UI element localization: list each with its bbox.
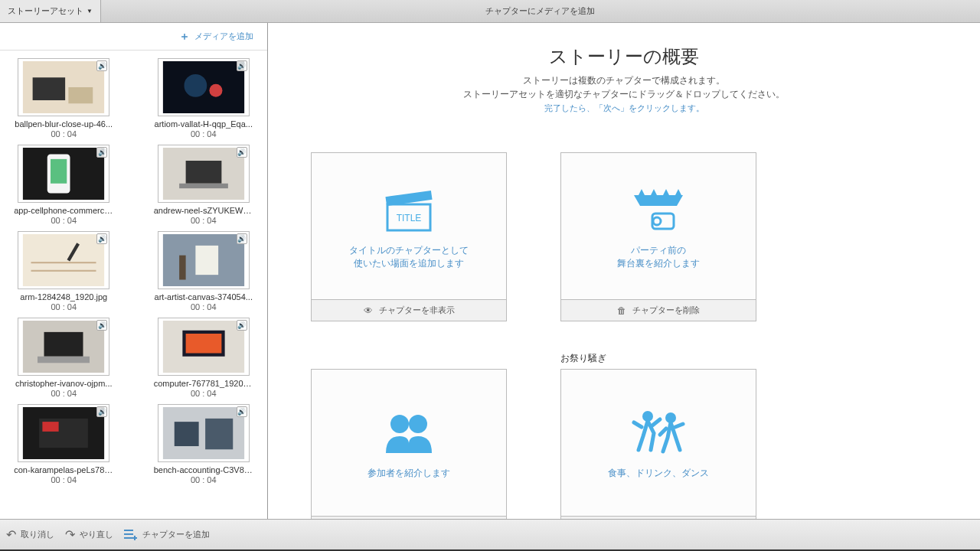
add-media-label: メディアを追加	[194, 31, 253, 42]
svg-point-4	[184, 74, 207, 97]
chapter-card[interactable]: TITLEタイトルのチャプターとして使いたい場面を追加します	[311, 152, 507, 300]
add-media-button[interactable]: ＋ メディアを追加	[0, 23, 267, 51]
asset-thumb: 🔊	[158, 58, 250, 116]
audio-icon: 🔊	[96, 233, 107, 244]
asset-duration: 00 : 04	[191, 129, 217, 139]
svg-rect-21	[38, 357, 90, 364]
asset-duration: 00 : 04	[191, 475, 217, 484]
chapter-text: 食事、ドリンク、ダンス	[608, 467, 709, 480]
story-title: ストーリーの概要	[268, 44, 980, 69]
asset-item[interactable]: 🔊app-cellphone-commerce...00 : 04	[9, 145, 119, 225]
asset-name: app-cellphone-commerce...	[14, 206, 113, 215]
chapter-text: 参加者を紹介します	[368, 467, 450, 480]
top-bar: ストーリーアセット ▼ チャプターにメディアを追加	[0, 0, 980, 23]
svg-rect-54	[124, 533, 133, 535]
asset-duration: 00 : 04	[51, 475, 77, 484]
trash-icon: 🗑	[617, 305, 626, 316]
svg-rect-38	[652, 214, 674, 229]
story-hint: 完了したら、「次へ」をクリックします。	[268, 103, 980, 114]
tab-label: ストーリーアセット	[8, 5, 83, 17]
story-sub1: ストーリーは複数のチャプターで構成されます。	[268, 73, 980, 87]
svg-rect-14	[31, 270, 96, 272]
svg-rect-57	[132, 537, 137, 539]
asset-item[interactable]: 🔊con-karampelas-peLs78V...00 : 04	[9, 404, 119, 484]
undo-icon: ↶	[6, 527, 16, 542]
asset-thumb: 🔊	[158, 145, 250, 203]
eye-icon: 👁	[364, 305, 373, 316]
sidebar: ＋ メディアを追加 🔊ballpen-blur-close-up-46...00…	[0, 23, 268, 519]
asset-thumb: 🔊	[18, 145, 109, 203]
asset-name: art-artist-canvas-374054...	[155, 292, 253, 302]
story-canvas: ストーリーの概要 ストーリーは複数のチャプターで構成されます。 ストーリーアセッ…	[268, 23, 980, 519]
redo-label: やり直し	[80, 529, 113, 540]
story-sub2: ストーリーアセットを適切なチャプターにドラッグ＆ドロップしてください。	[268, 87, 980, 101]
audio-icon: 🔊	[237, 406, 247, 417]
asset-name: bench-accounting-C3V88...	[154, 465, 253, 474]
svg-rect-12	[23, 234, 104, 286]
svg-rect-8	[51, 159, 67, 184]
asset-item[interactable]: 🔊bench-accounting-C3V88...00 : 04	[149, 404, 259, 484]
audio-icon: 🔊	[237, 60, 247, 71]
chapter-card[interactable]: 食事、ドリンク、ダンス	[560, 369, 756, 517]
svg-point-40	[390, 415, 409, 433]
asset-thumb: 🔊	[158, 231, 250, 289]
chapter-icon	[628, 183, 689, 236]
asset-thumb: 🔊	[158, 318, 250, 376]
asset-panel: 🔊ballpen-blur-close-up-46...00 : 04🔊arti…	[0, 51, 267, 519]
undo-button[interactable]: ↶ 取り消し	[6, 527, 54, 542]
svg-rect-20	[44, 332, 83, 357]
page-title: チャプターにメディアを追加	[101, 0, 980, 22]
add-chapter-label: チャプターを追加	[142, 529, 210, 540]
add-chapter-button-bottom[interactable]: チャプターを追加	[124, 529, 210, 541]
audio-icon: 🔊	[96, 320, 107, 331]
chapter-card[interactable]: パーティ前の舞台裏を紹介します	[560, 152, 756, 300]
asset-thumb: 🔊	[18, 231, 109, 289]
asset-item[interactable]: 🔊artiom-vallat-H-qqp_Eqa...00 : 04	[149, 58, 259, 139]
svg-rect-27	[43, 422, 59, 432]
chapter-text: パーティ前の舞台裏を紹介します	[617, 244, 700, 270]
asset-name: ballpen-blur-close-up-46...	[15, 119, 113, 129]
chapter-label: お祭り騒ぎ	[560, 352, 756, 366]
svg-rect-1	[33, 77, 66, 100]
chevron-down-icon: ▼	[87, 8, 93, 15]
chapter-icon	[628, 406, 689, 459]
asset-duration: 00 : 04	[51, 129, 77, 139]
story-header: ストーリーの概要 ストーリーは複数のチャプターで構成されます。 ストーリーアセッ…	[268, 44, 980, 114]
delete-chapter-label: チャプターを削除	[632, 305, 700, 316]
chapter-label	[311, 135, 507, 149]
asset-name: andrew-neel-sZYUKEWs...	[154, 206, 253, 215]
asset-item[interactable]: 🔊computer-767781_1920.jpg00 : 04	[149, 318, 259, 398]
audio-icon: 🔊	[237, 320, 247, 331]
asset-name: computer-767781_1920.jpg	[154, 379, 253, 388]
asset-name: artiom-vallat-H-qqp_Eqa...	[155, 119, 253, 129]
chapter-icon: TITLE	[378, 183, 439, 236]
delete-chapter-button[interactable]: 🗑チャプターを削除	[560, 300, 756, 321]
svg-rect-10	[185, 161, 221, 184]
chapter-column: パーティ前の舞台裏を紹介します🗑チャプターを削除	[560, 135, 756, 321]
svg-rect-2	[69, 87, 93, 103]
asset-duration: 00 : 04	[191, 216, 217, 225]
delete-chapter-button[interactable]: 🗑チャプターを削除	[560, 517, 756, 519]
redo-button[interactable]: ↷ やり直し	[65, 527, 113, 542]
svg-rect-24	[185, 334, 221, 354]
chapter-column: 参加者を紹介します🗑チャプターを削除	[311, 352, 507, 519]
asset-item[interactable]: 🔊ballpen-blur-close-up-46...00 : 04	[9, 58, 119, 139]
asset-item[interactable]: 🔊andrew-neel-sZYUKEWs...00 : 04	[149, 145, 259, 225]
asset-item[interactable]: 🔊arm-1284248_1920.jpg00 : 04	[9, 231, 119, 311]
asset-thumb: 🔊	[18, 318, 109, 376]
add-chapter-icon	[124, 529, 138, 541]
delete-chapter-button[interactable]: 🗑チャプターを削除	[311, 517, 507, 519]
undo-label: 取り消し	[21, 529, 54, 540]
bottom-bar: ↶ 取り消し ↷ やり直し チャプターを追加	[0, 519, 980, 549]
svg-rect-30	[205, 419, 233, 449]
chapter-card[interactable]: 参加者を紹介します	[311, 369, 507, 517]
asset-item[interactable]: 🔊christopher-ivanov-ojpm...00 : 04	[9, 318, 119, 398]
asset-name: christopher-ivanov-ojpm...	[15, 379, 113, 388]
main-area: ＋ メディアを追加 🔊ballpen-blur-close-up-46...00…	[0, 23, 980, 519]
story-assets-tab[interactable]: ストーリーアセット ▼	[0, 0, 101, 22]
hide-chapter-button[interactable]: 👁チャプターを非表示	[311, 300, 507, 321]
asset-thumb: 🔊	[158, 404, 250, 462]
audio-icon: 🔊	[96, 406, 107, 417]
plus-icon: ＋	[179, 30, 190, 44]
asset-item[interactable]: 🔊art-artist-canvas-374054...00 : 04	[149, 231, 259, 311]
